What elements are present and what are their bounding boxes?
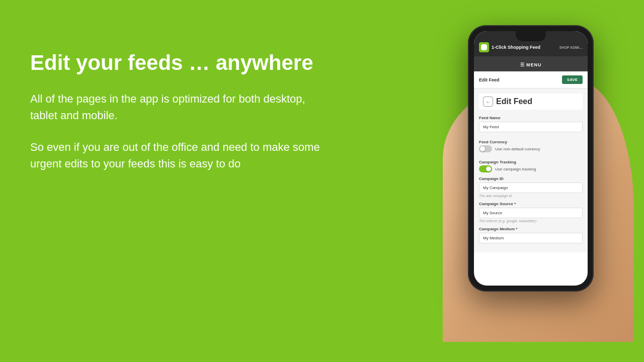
menu-label: ☰ MENU	[520, 62, 542, 67]
campaign-source-input[interactable]: My Source	[479, 208, 583, 218]
phone-container: 1-Click Shopping Feed SHOP ADMI… ☰ MENU …	[463, 10, 624, 342]
edit-feed-title: Edit Feed	[496, 97, 532, 106]
left-section: Edit your feeds … anywhere All of the pa…	[30, 50, 322, 187]
campaign-id-hint: The ads campaign id	[479, 194, 583, 198]
campaign-source-label: Campaign Source *	[479, 202, 583, 206]
back-button[interactable]: ←	[483, 97, 493, 107]
feed-currency-group: Feed Currency Use non-default currency	[479, 136, 583, 152]
campaign-medium-input[interactable]: My Medium	[479, 233, 583, 243]
campaign-tracking-group: Campaign Tracking Use campaign tracking	[479, 156, 583, 172]
campaign-tracking-toggle-row: Use campaign tracking	[479, 165, 583, 172]
menu-bar[interactable]: ☰ MENU	[474, 56, 588, 71]
campaign-tracking-toggle-label: Use campaign tracking	[495, 167, 536, 171]
feed-currency-toggle-row: Use non-default currency	[479, 145, 583, 152]
campaign-source-hint: The referrer (e.g. google, newsletter)	[479, 219, 583, 223]
shop-admin-label: SHOP ADMI…	[559, 46, 583, 49]
back-arrow-icon: ←	[486, 99, 491, 105]
campaign-tracking-toggle[interactable]	[479, 165, 492, 172]
paragraph-2: So even if you are out of the office and…	[30, 139, 322, 172]
feed-name-group: Feed Name My Feed	[479, 116, 583, 132]
form-area: ← Edit Feed Feed Name My Feed Feed Curre…	[474, 88, 588, 252]
phone-screen: 1-Click Shopping Feed SHOP ADMI… ☰ MENU …	[474, 31, 588, 286]
app-logo	[479, 42, 489, 52]
feed-name-label: Feed Name	[479, 116, 583, 120]
campaign-id-group: Campaign ID My Campaign The ads campaign…	[479, 176, 583, 198]
campaign-medium-label: Campaign Medium *	[479, 227, 583, 231]
phone-notch	[516, 31, 546, 41]
feed-name-input[interactable]: My Feed	[479, 122, 583, 132]
phone-mockup: 1-Click Shopping Feed SHOP ADMI… ☰ MENU …	[468, 25, 594, 292]
content-header: Edit Feed SAVE	[474, 71, 588, 88]
phone-frame: 1-Click Shopping Feed SHOP ADMI… ☰ MENU …	[468, 25, 594, 292]
campaign-source-group: Campaign Source * My Source The referrer…	[479, 202, 583, 223]
campaign-tracking-label: Campaign Tracking	[479, 160, 516, 164]
feed-currency-toggle[interactable]	[479, 145, 492, 152]
paragraph-1: All of the pages in the app is optimized…	[30, 90, 322, 124]
main-heading: Edit your feeds … anywhere	[30, 50, 322, 75]
campaign-medium-group: Campaign Medium * My Medium	[479, 227, 583, 243]
toggle-knob-on	[486, 166, 491, 171]
campaign-id-label: Campaign ID	[479, 176, 583, 181]
save-button[interactable]: SAVE	[562, 75, 583, 84]
feed-currency-label: Feed Currency	[479, 140, 507, 144]
app-logo-icon	[481, 44, 487, 50]
feed-currency-toggle-label: Use non-default currency	[495, 147, 540, 151]
content-header-title: Edit Feed	[479, 77, 500, 82]
edit-feed-header: ← Edit Feed	[479, 94, 583, 110]
app-title: 1-Click Shopping Feed	[492, 45, 559, 50]
campaign-id-input[interactable]: My Campaign	[479, 183, 583, 193]
toggle-knob	[480, 146, 485, 151]
